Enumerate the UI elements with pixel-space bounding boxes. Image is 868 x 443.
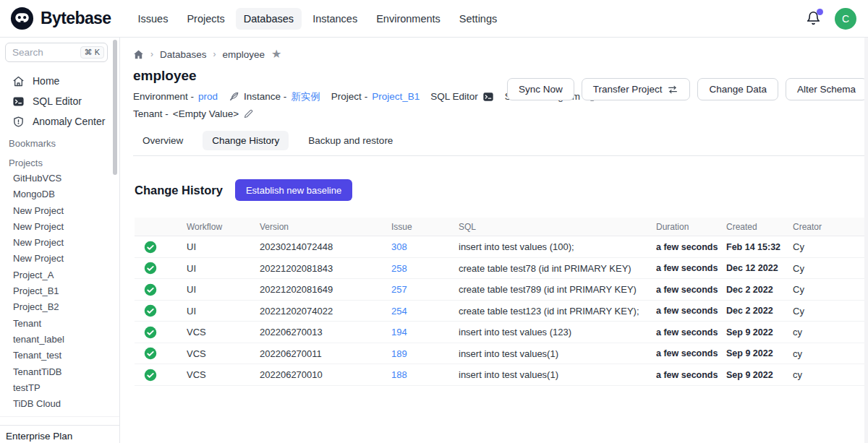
sidebar-project-item[interactable]: GitHubVCS xyxy=(0,171,119,186)
cell-sql: create table test789 (id int PRIMARY KEY… xyxy=(459,284,656,295)
alter-schema-button[interactable]: Alter Schema xyxy=(786,78,867,100)
cell-workflow: UI xyxy=(187,241,260,252)
table-row[interactable]: VCS 202206270011 189 insert into test va… xyxy=(135,343,864,365)
top-nav-item[interactable]: Environments xyxy=(368,8,448,30)
brand-home-link[interactable]: Bytebase xyxy=(10,7,111,30)
cell-version: 20221202081649 xyxy=(260,284,391,295)
sidebar-project-item[interactable]: New Project xyxy=(0,203,119,219)
sidebar-project-item[interactable]: Project_B2 xyxy=(0,299,119,315)
sidebar-project-item[interactable]: Project_B1 xyxy=(0,283,119,299)
cell-created: Sep 9 2022 xyxy=(726,348,793,358)
establish-baseline-button[interactable]: Establish new baseline xyxy=(235,179,352,201)
avatar[interactable]: C xyxy=(835,8,856,30)
tab[interactable]: Backup and restore xyxy=(299,131,402,150)
search-placeholder: Search xyxy=(12,47,43,58)
sidebar-project-item[interactable]: Tenant xyxy=(0,316,119,332)
top-nav-item[interactable]: Projects xyxy=(179,8,232,30)
breadcrumb-home-icon[interactable] xyxy=(133,49,144,60)
cell-issue-link[interactable]: 257 xyxy=(391,284,459,295)
search-input[interactable]: Search ⌘ K xyxy=(5,43,108,62)
top-nav-item[interactable]: Databases xyxy=(236,8,302,30)
breadcrumb-item-databases[interactable]: Databases xyxy=(160,49,207,60)
table-header-row: Workflow Version Issue SQL Duration Crea… xyxy=(135,218,864,236)
table-row[interactable]: UI 20221202081649 257 create table test7… xyxy=(135,279,864,301)
sidebar-project-item[interactable]: Project_A xyxy=(0,267,119,283)
instance-link[interactable]: 新实例 xyxy=(291,90,320,103)
cell-issue-link[interactable]: 189 xyxy=(391,348,459,359)
cell-issue-link[interactable]: 258 xyxy=(391,263,459,274)
sidebar-item-anomaly-center[interactable]: Anomaly Center xyxy=(0,111,119,132)
cell-version: 202206270010 xyxy=(260,369,391,380)
cell-sql: create table test123 (id int PRIMARY KEY… xyxy=(459,306,656,317)
breadcrumb-item-employee[interactable]: employee xyxy=(223,49,265,60)
cell-version: 20221202074022 xyxy=(260,306,391,317)
cell-issue-link[interactable]: 254 xyxy=(391,306,459,317)
cell-issue-link[interactable]: 194 xyxy=(391,327,459,337)
sidebar-project-item[interactable]: New Project xyxy=(0,219,119,235)
status-success-icon xyxy=(135,369,187,382)
shield-icon xyxy=(12,116,25,128)
cell-workflow: VCS xyxy=(187,348,260,359)
cell-duration: a few seconds xyxy=(656,306,726,316)
edit-tenant-pencil-icon[interactable] xyxy=(243,108,254,119)
page-scrollbar[interactable] xyxy=(864,38,868,443)
change-history-table: Workflow Version Issue SQL Duration Crea… xyxy=(135,218,864,386)
transfer-project-button[interactable]: Transfer Project xyxy=(582,78,691,100)
column-duration: Duration xyxy=(656,222,726,232)
transfer-arrows-icon xyxy=(667,84,678,95)
favorite-star-icon[interactable]: ★ xyxy=(271,48,281,60)
top-bar-right: C xyxy=(806,8,856,30)
main-content: › Databases › employee ★ employee Enviro… xyxy=(120,38,868,443)
sync-now-button[interactable]: Sync Now xyxy=(507,78,574,100)
top-nav-item[interactable]: Issues xyxy=(129,8,176,30)
sidebar-project-item[interactable]: TiDB Cloud xyxy=(0,396,119,412)
table-row[interactable]: VCS 202206270013 194 insert into test va… xyxy=(135,322,864,343)
sidebar-project-item[interactable]: TenantTiDB xyxy=(0,364,119,380)
sidebar-project-item[interactable]: MongoDB xyxy=(0,186,119,202)
cell-sql: insert into test values (123) xyxy=(459,327,656,337)
sidebar-project-item[interactable]: Tenant_test xyxy=(0,348,119,364)
status-success-icon xyxy=(135,326,187,339)
top-nav-item[interactable]: Settings xyxy=(451,8,505,30)
sidebar-item-label: Anomaly Center xyxy=(33,116,105,127)
notifications-button[interactable] xyxy=(806,11,822,27)
sidebar-project-item[interactable]: testTP xyxy=(0,380,119,396)
cell-duration: a few seconds xyxy=(656,348,726,358)
sidebar-item-home[interactable]: Home xyxy=(0,71,119,91)
sidebar-project-item[interactable]: New Project xyxy=(0,251,119,267)
top-nav-item[interactable]: Instances xyxy=(305,8,365,30)
top-bar: Bytebase IssuesProjectsDatabasesInstance… xyxy=(0,0,868,38)
sidebar-project-item[interactable]: New Project xyxy=(0,235,119,251)
sidebar-section-bookmarks: Bookmarks xyxy=(0,132,119,151)
plan-badge[interactable]: Enterprise Plan xyxy=(0,425,119,443)
tenant-value: <Empty Value> xyxy=(173,108,239,119)
sidebar-section-projects: Projects xyxy=(0,151,119,171)
cell-sql: insert into test values (100); xyxy=(459,241,656,252)
breadcrumb: › Databases › employee ★ xyxy=(133,48,868,60)
table-row[interactable]: UI 20230214072448 308 insert into test v… xyxy=(135,236,864,258)
cell-created: Sep 9 2022 xyxy=(726,370,793,380)
sidebar-item-sql-editor[interactable]: SQL Editor xyxy=(0,91,119,111)
sidebar-scrollbar[interactable] xyxy=(113,40,117,175)
project-link[interactable]: Project_B1 xyxy=(372,91,420,102)
tab[interactable]: Overview xyxy=(133,131,192,150)
environment-link[interactable]: prod xyxy=(198,91,218,102)
cell-creator: Cy xyxy=(793,284,864,295)
table-row[interactable]: UI 20221202074022 254 create table test1… xyxy=(135,301,864,322)
brand-name: Bytebase xyxy=(41,9,111,28)
table-row[interactable]: UI 20221202081843 258 create table test7… xyxy=(135,258,864,280)
meta-sql-editor-link[interactable]: SQL Editor xyxy=(430,91,494,103)
cell-issue-link[interactable]: 188 xyxy=(391,369,459,380)
table-row[interactable]: VCS 202206270010 188 insert into test va… xyxy=(135,364,864,386)
cell-workflow: VCS xyxy=(187,327,260,337)
meta-environment: Environment - prod xyxy=(133,91,218,102)
sidebar-project-item[interactable]: tenant_label xyxy=(0,332,119,348)
meta-tenant: Tenant - <Empty Value> xyxy=(133,108,254,119)
cell-creator: Cy xyxy=(793,241,864,252)
cell-creator: cy xyxy=(793,348,864,359)
change-data-button[interactable]: Change Data xyxy=(697,78,778,100)
cell-created: Dec 12 2022 xyxy=(726,263,793,273)
tab[interactable]: Change History xyxy=(203,131,289,150)
column-sql: SQL xyxy=(459,222,656,232)
cell-issue-link[interactable]: 308 xyxy=(391,241,459,252)
